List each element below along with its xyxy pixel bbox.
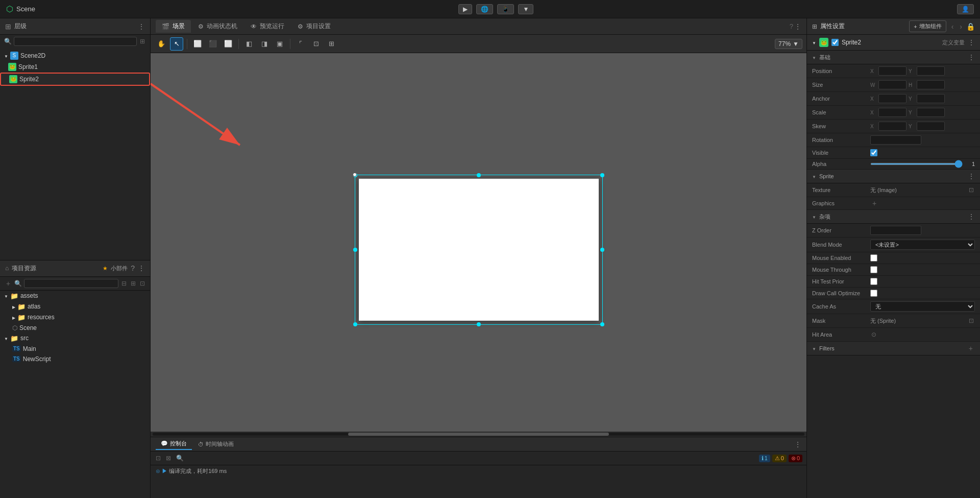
assets-help-icon[interactable]: ? (131, 264, 135, 272)
tree-item-sprite1[interactable]: 🐸 Sprite1 (0, 61, 150, 73)
layer-add-btn[interactable]: ⊞ (139, 37, 146, 46)
section-basic-header[interactable]: 基础 ⋮ (807, 51, 980, 64)
position-y-input[interactable]: 165 (917, 66, 945, 76)
graphics-add-btn[interactable]: + (870, 199, 878, 207)
misc-menu-icon[interactable]: ⋮ (968, 212, 975, 221)
tree-item-scene2d[interactable]: S Scene2D (0, 50, 150, 61)
assets-add-btn[interactable]: + (4, 279, 12, 288)
size-w-input[interactable]: 534 (878, 80, 906, 89)
console-search-btn[interactable]: 🔍 (175, 454, 185, 463)
console-paste-btn[interactable]: ⊠ (165, 454, 172, 463)
position-x-input[interactable]: 255 (878, 66, 906, 76)
nav-right-btn[interactable]: › (958, 21, 964, 32)
blend-mode-select[interactable]: <未设置> (870, 240, 975, 250)
scrollbar-thumb[interactable] (348, 433, 609, 436)
scene-help-btn[interactable]: ? (790, 22, 793, 30)
component-header[interactable]: 🐸 Sprite2 定义变量 ⋮ (807, 35, 980, 51)
play-button[interactable]: ▶ (458, 4, 472, 14)
section-sprite-header[interactable]: Sprite ⋮ (807, 170, 980, 183)
filters-add-btn[interactable]: + (967, 344, 975, 352)
sprite-menu-icon[interactable]: ⋮ (968, 172, 975, 180)
zoom-select[interactable]: 77% ▼ (775, 39, 802, 49)
anchor-tc-btn[interactable]: ⊡ (309, 37, 323, 51)
handle-mr[interactable] (600, 247, 604, 251)
anchor-tl-btn[interactable]: ⌜ (294, 37, 307, 51)
dropdown-button[interactable]: ▼ (518, 4, 533, 14)
handle-br[interactable] (600, 322, 604, 326)
texture-edit-btn[interactable]: ⊡ (968, 185, 975, 195)
align-right-btn[interactable]: ⬜ (222, 37, 235, 51)
lock-btn[interactable]: 🔒 (966, 22, 975, 31)
anchor-x-input[interactable]: 0 (878, 94, 906, 103)
cache-as-select[interactable]: 无 (870, 301, 975, 312)
right-panel: ⊞ 属性设置 + 增加组件 ‹ › 🔒 🐸 Sprite2 定义变量 ⋮ 基础 (806, 18, 980, 498)
size-h-input[interactable]: 274 (917, 80, 945, 89)
align-left-btn[interactable]: ⬜ (191, 37, 204, 51)
handle-tr[interactable] (600, 173, 604, 177)
component-menu-icon[interactable]: ⋮ (968, 38, 975, 46)
console-copy-btn[interactable]: ⊡ (155, 454, 162, 463)
scene-viewport[interactable] (151, 53, 806, 432)
basic-menu-icon[interactable]: ⋮ (968, 53, 975, 61)
file-scene[interactable]: ⬡ Scene (0, 323, 150, 333)
visible-checkbox[interactable] (870, 149, 877, 156)
skew-x-input[interactable]: 0 (878, 122, 906, 131)
assets-view-btn[interactable]: ⊞ (130, 279, 137, 288)
mobile-button[interactable]: 📱 (497, 4, 514, 14)
alpha-slider[interactable] (870, 163, 963, 165)
tab-console[interactable]: 💬 控制台 (156, 438, 192, 450)
layers-menu-icon[interactable]: ⋮ (138, 22, 145, 31)
anchor-tr-btn[interactable]: ⊞ (325, 37, 338, 51)
handle-tl[interactable] (353, 173, 357, 177)
folder-assets[interactable]: 📁 assets (0, 291, 150, 301)
file-newscript[interactable]: TS NewScript (0, 354, 150, 364)
handle-bl[interactable] (353, 322, 357, 326)
viewport-scrollbar[interactable] (151, 432, 806, 437)
draw-call-optimize-checkbox[interactable] (870, 290, 877, 297)
folder-src[interactable]: 📁 src (0, 333, 150, 344)
folder-resources[interactable]: 📁 resources (0, 312, 150, 323)
tab-preview[interactable]: 👁 预览运行 (244, 20, 290, 33)
stretch-right-btn[interactable]: ▣ (273, 37, 286, 51)
console-menu-btn[interactable]: ⋮ (794, 440, 801, 448)
rotation-input[interactable]: 0 (870, 135, 921, 145)
tree-item-sprite2[interactable]: 🐸 Sprite2 (0, 73, 150, 86)
mouse-through-checkbox[interactable] (870, 266, 877, 273)
align-center-btn[interactable]: ⬛ (206, 37, 219, 51)
section-misc-header[interactable]: 杂项 ⋮ (807, 210, 980, 224)
handle-ml[interactable] (353, 247, 357, 251)
tab-animation-state[interactable]: ⚙ 动画状态机 (192, 20, 243, 33)
layer-search-input[interactable] (14, 37, 137, 46)
assets-search-input[interactable] (24, 279, 118, 288)
globe-button[interactable]: 🌐 (476, 4, 493, 14)
handle-bc[interactable] (477, 322, 481, 326)
scene-menu-btn[interactable]: ⋮ (794, 22, 801, 31)
zorder-input[interactable]: 1 (870, 226, 921, 235)
stretch-left-btn[interactable]: ◧ (242, 37, 256, 51)
anchor-y-input[interactable]: 0 (917, 94, 945, 103)
component-visible-checkbox[interactable] (831, 39, 839, 46)
add-component-btn[interactable]: + 增加组件 (909, 20, 946, 32)
nav-left-btn[interactable]: ‹ (949, 21, 956, 32)
section-filters-header[interactable]: Filters + (807, 342, 980, 355)
tab-settings[interactable]: ⚙ 项目设置 (291, 20, 337, 33)
mask-edit-btn[interactable]: ⊡ (968, 316, 975, 325)
file-main[interactable]: TS Main (0, 344, 150, 354)
tab-timeline[interactable]: ⏱ 时间轴动画 (193, 439, 239, 449)
assets-filter-btn[interactable]: ⊟ (120, 279, 128, 288)
assets-menu-icon[interactable]: ⋮ (138, 264, 145, 272)
tab-scene[interactable]: 🎬 场景 (156, 20, 191, 33)
hit-area-icon-btn[interactable]: ⊙ (870, 330, 877, 339)
user-button[interactable]: 👤 (957, 4, 974, 14)
scale-y-input[interactable]: 1 (917, 108, 945, 117)
scale-x-input[interactable]: 1 (878, 108, 906, 117)
stretch-center-btn[interactable]: ◨ (258, 37, 271, 51)
assets-list-btn[interactable]: ⊡ (139, 279, 146, 288)
mouse-enabled-checkbox[interactable] (870, 254, 877, 262)
handle-tc[interactable] (477, 173, 481, 177)
select-tool-btn[interactable]: ↖ (170, 37, 183, 51)
folder-atlas[interactable]: 📁 atlas (0, 301, 150, 312)
hand-tool-btn[interactable]: ✋ (155, 37, 168, 51)
hit-test-prior-checkbox[interactable] (870, 278, 877, 285)
skew-y-input[interactable]: 0 (917, 122, 945, 131)
